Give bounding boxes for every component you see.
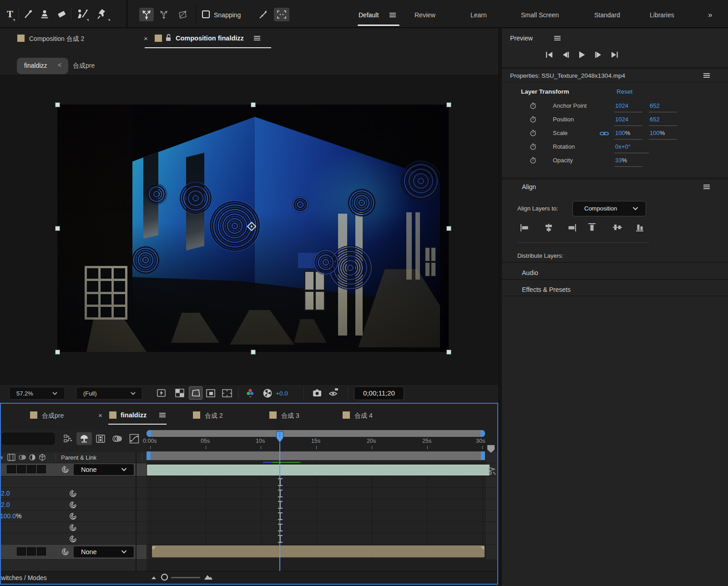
align-panel-title[interactable]: Align xyxy=(522,183,536,190)
reset-link[interactable]: Reset xyxy=(617,88,632,95)
timeline-zoom-handle[interactable] xyxy=(161,574,168,581)
timeline-tab-1[interactable]: 合成pre xyxy=(42,412,64,420)
layer-switch[interactable] xyxy=(37,465,46,473)
frame-blending-icon[interactable] xyxy=(96,434,106,444)
first-frame-button[interactable] xyxy=(545,51,553,58)
property-value[interactable]: 100% xyxy=(615,130,630,136)
stopwatch-icon[interactable] xyxy=(529,102,537,110)
play-button[interactable] xyxy=(578,51,586,59)
property-value[interactable]: 2.0 xyxy=(1,501,10,508)
layer-switch[interactable] xyxy=(17,465,26,473)
workspace-tab-standard[interactable]: Standard xyxy=(594,11,620,19)
transparency-grid-button[interactable] xyxy=(175,389,185,398)
selection-handle[interactable] xyxy=(55,102,60,107)
comp-marker-bin-icon[interactable] xyxy=(487,445,495,453)
workspace-tab-default[interactable]: Default xyxy=(359,11,379,19)
property-value[interactable]: 100% xyxy=(650,130,665,136)
timeline-tab-5[interactable]: 合成 4 xyxy=(354,412,373,420)
playhead-line[interactable] xyxy=(279,431,280,571)
previous-frame-button[interactable] xyxy=(561,51,570,58)
pickwhip-icon[interactable] xyxy=(69,524,77,531)
layer-switch[interactable] xyxy=(27,465,36,473)
layer-bar-solid[interactable] xyxy=(152,546,485,557)
preview-panel-menu-icon[interactable] xyxy=(554,36,561,40)
close-tab-icon[interactable]: × xyxy=(98,411,102,419)
world-axis-mode-button[interactable] xyxy=(158,9,169,20)
mask-visibility-button[interactable] xyxy=(206,389,216,398)
selection-handle[interactable] xyxy=(446,102,451,107)
timeline-tab-menu-icon[interactable] xyxy=(159,413,166,417)
time-navigator-bar[interactable] xyxy=(147,430,485,437)
property-value[interactable]: 652 xyxy=(650,116,660,123)
selection-handle[interactable] xyxy=(55,226,60,231)
selection-handle[interactable] xyxy=(55,350,60,355)
property-value[interactable]: 652 xyxy=(650,102,660,109)
align-top-button[interactable] xyxy=(588,223,598,232)
pickwhip-icon[interactable] xyxy=(69,501,77,509)
workspace-tab-libraries[interactable]: Libraries xyxy=(650,11,674,19)
align-panel-menu-icon[interactable] xyxy=(703,185,710,189)
work-area-start-handle[interactable] xyxy=(147,451,151,460)
property-value[interactable]: 1024 xyxy=(615,102,628,109)
selection-handle[interactable] xyxy=(446,350,451,355)
timeline-zoom-track[interactable] xyxy=(171,577,200,578)
show-snapshot-button[interactable] xyxy=(329,387,339,397)
layer-switch[interactable] xyxy=(7,465,16,473)
next-frame-button[interactable] xyxy=(594,51,602,58)
layer-switch[interactable] xyxy=(37,547,46,556)
eraser-tool-button[interactable] xyxy=(55,8,68,20)
pickwhip-icon[interactable] xyxy=(69,535,77,543)
align-bottom-button[interactable] xyxy=(636,223,646,232)
property-value[interactable]: 100.0% xyxy=(0,512,22,520)
layer-bar-video[interactable] xyxy=(147,465,490,476)
selection-handle[interactable] xyxy=(251,102,256,107)
current-time-indicator[interactable] xyxy=(275,431,285,443)
current-time-field[interactable]: 0;00;11;20 xyxy=(354,386,404,400)
align-right-button[interactable] xyxy=(566,224,576,232)
switches-modes-toggle[interactable]: Switches / Modes xyxy=(0,574,47,581)
selection-handle[interactable] xyxy=(251,350,256,355)
preview-panel-title[interactable]: Preview xyxy=(510,35,533,42)
link-scale-icon[interactable] xyxy=(600,130,609,136)
exposure-icon[interactable] xyxy=(262,388,273,399)
timeline-search-input[interactable] xyxy=(1,432,56,446)
breadcrumb-parent[interactable]: 合成pre xyxy=(73,62,95,70)
column-divider[interactable] xyxy=(136,452,136,571)
pickwhip-icon[interactable] xyxy=(69,490,77,497)
property-value[interactable]: 33% xyxy=(615,157,627,164)
stopwatch-icon[interactable] xyxy=(529,129,537,137)
stopwatch-icon[interactable] xyxy=(529,143,537,150)
workspace-overflow-chevron[interactable]: » xyxy=(708,10,711,20)
stopwatch-icon[interactable] xyxy=(529,115,537,123)
layer-switch[interactable] xyxy=(17,547,26,556)
take-snapshot-button[interactable] xyxy=(312,388,322,397)
layer-transform-header[interactable]: Layer Transform xyxy=(521,88,569,95)
navigator-start-handle[interactable] xyxy=(147,430,151,437)
comp-mini-flowchart-icon[interactable] xyxy=(64,435,73,443)
graph-editor-icon[interactable] xyxy=(129,434,139,444)
audio-panel-header[interactable]: Audio xyxy=(522,269,538,276)
timeline-tab-2-active[interactable]: finaldizz xyxy=(121,411,147,419)
workspace-tab-learn[interactable]: Learn xyxy=(470,11,487,19)
clone-stamp-tool-button[interactable] xyxy=(38,8,51,20)
channels-button[interactable] xyxy=(246,388,255,398)
snapping-checkbox[interactable] xyxy=(202,10,210,18)
property-value[interactable]: 1024 xyxy=(615,116,628,123)
work-area-bar[interactable] xyxy=(147,451,485,460)
motion-blur-icon[interactable] xyxy=(112,434,123,443)
timeline-tab-3[interactable]: 合成 2 xyxy=(205,412,223,420)
breadcrumb-current[interactable]: finaldizz xyxy=(24,62,47,69)
zoom-out-frames-icon[interactable] xyxy=(151,576,157,580)
property-value[interactable]: 0x+0° xyxy=(615,143,631,150)
anchor-point-icon[interactable] xyxy=(246,221,257,232)
puppet-pin-tool-button[interactable] xyxy=(95,7,109,21)
timeline-tab-4[interactable]: 合成 3 xyxy=(281,412,299,420)
pickwhip-icon[interactable] xyxy=(61,466,69,473)
comp-tab-2-active[interactable]: Composition finaldizz xyxy=(176,35,244,42)
property-value[interactable]: 2.0 xyxy=(1,490,10,497)
view-axis-mode-button[interactable] xyxy=(177,9,188,20)
comp-tab-menu-icon[interactable] xyxy=(254,36,260,40)
stopwatch-icon[interactable] xyxy=(529,156,537,164)
workspace-tab-review[interactable]: Review xyxy=(415,11,435,19)
snap-guides-button[interactable] xyxy=(258,9,269,20)
